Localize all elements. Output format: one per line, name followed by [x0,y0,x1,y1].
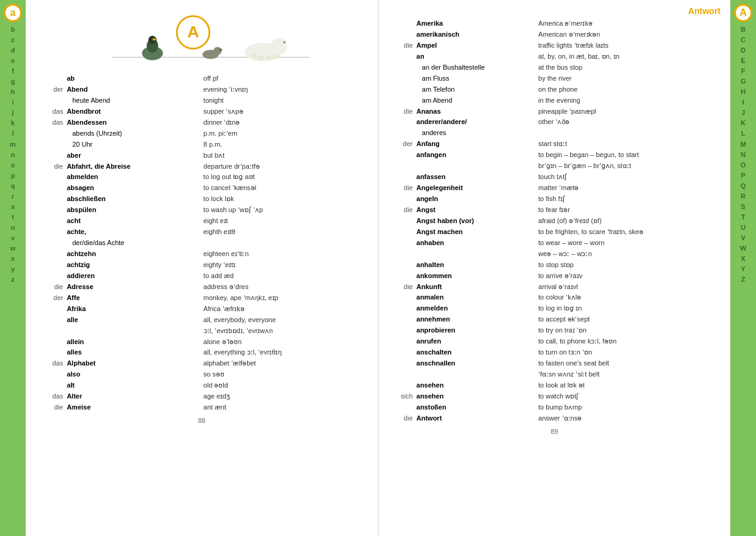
entry-german: Abendessen [65,117,201,128]
entry-article [35,249,65,260]
entry-article [35,172,65,183]
entry-english: to accept əkˈsept [536,314,721,325]
entry-german: anschnallen [415,358,536,369]
left-sidebar-letters: bcdefghijklmnopqrstuvwxyz [10,24,16,285]
entry-german: anhaben [415,238,536,249]
entry-german: ankommen [415,271,536,282]
entry-english: at, by, on, in æt, baɪ, ɒn, ɪn [536,51,721,62]
table-row: dasAlphabetalphabet ˈælfəbet [35,358,368,369]
sidebar-letter-l: l [10,128,16,139]
entry-article [35,347,65,358]
entry-article [388,249,415,260]
sidebar-letter-i: i [10,97,16,108]
table-row: ˈfɑːsn wʌnz ˈsiːt belt [388,369,721,380]
table-row: dieAdresseaddress əˈdres [35,282,368,293]
entry-article: die [388,183,415,194]
entry-article [35,304,65,315]
entry-german: anrufen [415,336,536,347]
entry-english: answer ˈɑːnsə [536,413,721,424]
entry-german [415,161,536,172]
table-row: am Abendin the evening [388,95,721,106]
table-row: ɔːl, ˈevrɪbɒdɪ, ˈevrɪwʌn [35,326,368,337]
entry-german: anhalten [415,260,536,271]
entry-german: ansehen [415,380,536,391]
entry-german: Antwort [415,413,536,424]
entry-article [388,29,415,40]
entry-english: eighth eɪtθ [202,227,368,238]
entry-german: Anfang [415,139,536,150]
entry-english: eight eɪt [202,216,368,227]
svg-point-6 [152,38,156,40]
table-row: anat, by, on, in æt, baɪ, ɒn, ɪn [388,51,721,62]
entry-german: Alter [65,391,201,402]
svg-text:A: A [187,22,199,40]
entry-english: afraid (of) əˈfreɪd (ɒf) [536,216,721,227]
sidebar-letter-right-o: O [740,160,746,171]
table-row: anderes [388,128,721,139]
entry-article [35,227,65,238]
entry-article [388,117,415,128]
entry-article: die [35,161,65,172]
entry-german: Affe [65,293,201,304]
table-row: an der Bushaltestelleat the bus stop [388,62,721,73]
entry-article [35,315,65,326]
right-sidebar: A BCDEFGHIJKLMNOPQRSTUVWXYZ [730,0,756,536]
entry-article [388,369,415,380]
entry-article [35,73,65,84]
left-dictionary-table: aboff pfderAbendevening ˈiːvnɪŋheute Abe… [35,73,368,413]
entry-english: at the bus stop [536,62,721,73]
sidebar-letter-right-i: I [740,97,746,108]
table-row: am Flussby the river [388,73,721,84]
entry-english: departure drˈpaːtfə [202,161,368,172]
sidebar-letter-right-t: T [740,212,746,222]
entry-english: ˈfɑːsn wʌnz ˈsiːt belt [536,369,721,380]
sidebar-letter-right-k: K [740,118,746,128]
entry-german: Abfahrt, die Abreise [65,161,201,172]
entry-english: to colour ˈkʌlə [536,292,721,303]
entry-english [202,238,368,249]
entry-article [388,172,415,183]
svg-point-11 [251,53,258,58]
entry-german: abends (Uhrzeit) [65,128,201,139]
entry-article: das [35,358,65,369]
entry-german: angeln [415,194,536,205]
sidebar-letter-right-e: E [740,56,746,66]
entry-english: eighteen eɪˈtiːn [202,249,368,260]
entry-german: Angst [415,205,536,216]
table-row: abmeldento log out lɒɡ aʊt [35,172,368,183]
entry-german: alt [65,380,201,391]
table-row: absagento cancel ˈkænsəl [35,183,368,194]
table-row: achte,eighth eɪtθ [35,227,368,238]
table-row: dasAbendessendinner ˈdɪnə [35,117,368,128]
entry-english: American əˈmerɪkən [536,29,721,40]
table-row: ankommento arrive əˈraɪv [388,271,721,282]
entry-english: to fasten one's seat belt [536,358,721,369]
entry-english: off pf [202,73,368,84]
entry-english: to wash up ˈwɒʃ ˈʌp [202,205,368,216]
entry-english: all, everybody, everyone [202,315,368,326]
entry-article [35,95,65,106]
entry-german: am Abend [415,95,536,106]
entry-article [35,150,65,161]
table-row: der/die/das Achte [35,238,368,249]
table-row: Angst machento be frighten, to scare ˈfr… [388,227,721,238]
entry-english: traffic lights ˈtræfɪk laɪts [536,40,721,51]
entry-english: to bump bʌmp [536,402,721,413]
table-row: dieAmpeltraffic lights ˈtræfɪk laɪts [388,40,721,51]
table-row: dieAngelegenheitmatter ˈmætə [388,183,721,194]
entry-article [35,380,65,391]
table-row: dasAlterage eɪdʒ [35,391,368,402]
svg-point-17 [218,48,222,51]
left-page: A [26,0,379,536]
table-row: anhaltento stop stɒp [388,260,721,271]
entry-article [388,150,415,161]
svg-point-12 [257,55,264,60]
entry-article [35,139,65,150]
svg-point-16 [213,46,221,54]
entry-german: alles [65,347,201,358]
table-row: achtzigeighty ˈeɪtɪ [35,260,368,271]
entry-english: address əˈdres [202,282,368,293]
sidebar-letter-right-u: U [740,222,746,233]
sidebar-letter-right-g: G [740,76,746,87]
table-row: angelnto fish fɪʃ [388,194,721,205]
